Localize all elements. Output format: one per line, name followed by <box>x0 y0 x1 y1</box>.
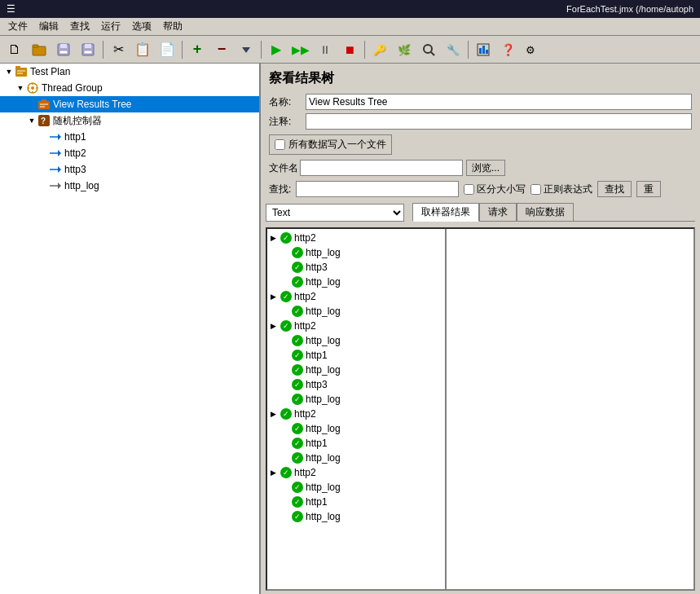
menu-edit[interactable]: 编辑 <box>34 18 64 35</box>
menu-help[interactable]: 帮助 <box>158 18 187 35</box>
result-item-14[interactable]: ✓ http1 <box>267 436 445 451</box>
result-item-1[interactable]: ✓ http_log <box>267 245 445 260</box>
remove-button[interactable]: − <box>210 38 233 61</box>
menu-options[interactable]: 选项 <box>127 18 156 35</box>
paste-button[interactable]: 📄 <box>156 38 178 61</box>
result-item-19[interactable]: ✓ http_log <box>267 509 445 524</box>
pause-button[interactable]: ⏸ <box>314 38 337 61</box>
tree-item-http3[interactable]: http3 <box>0 161 259 178</box>
add-button[interactable]: + <box>186 38 209 61</box>
result-label-5: http_log <box>306 306 341 317</box>
separator-4 <box>364 41 365 59</box>
help-button[interactable]: ❓ <box>496 38 519 61</box>
toggle-http2 <box>37 147 49 159</box>
comment-input[interactable] <box>306 113 692 130</box>
tab-response-data[interactable]: 响应数据 <box>517 203 574 221</box>
new-button[interactable]: 🗋 <box>3 38 26 61</box>
tree-item-controller[interactable]: ▼ ? 随机控制器 <box>0 112 259 129</box>
stop-button[interactable]: ⏹ <box>338 38 361 61</box>
result-label-12: http2 <box>294 408 316 420</box>
result-toggle-12[interactable]: ▶ <box>271 410 280 418</box>
save-as-button[interactable] <box>52 38 75 61</box>
cut-button[interactable]: ✂ <box>107 38 130 61</box>
result-item-4[interactable]: ▶ ✓ http2 <box>267 289 445 304</box>
result-item-7[interactable]: ✓ http_log <box>267 333 445 348</box>
toggle-controller[interactable]: ▼ <box>26 115 37 126</box>
result-toggle-0[interactable]: ▶ <box>271 234 280 242</box>
result-toggle-4[interactable]: ▶ <box>271 293 280 301</box>
result-label-7: http_log <box>306 335 341 346</box>
tree-button[interactable]: 🌿 <box>393 38 416 61</box>
result-item-8[interactable]: ✓ http1 <box>267 348 445 363</box>
ssl-button[interactable]: 🔑 <box>368 38 391 61</box>
tree-item-testplan[interactable]: ▼ Test Plan <box>0 64 259 80</box>
result-icon-7: ✓ <box>292 335 303 346</box>
result-item-3[interactable]: ✓ http_log <box>267 275 445 289</box>
open-button[interactable] <box>28 38 51 61</box>
case-sensitive-checkbox[interactable] <box>464 184 474 195</box>
tab-request[interactable]: 请求 <box>479 203 517 221</box>
tab-sampler-results[interactable]: 取样器结果 <box>412 203 479 222</box>
search-input[interactable] <box>296 181 459 197</box>
tree-item-threadgroup[interactable]: ▼ Thread Group <box>0 80 259 96</box>
result-item-15[interactable]: ✓ http_log <box>267 451 445 465</box>
name-input[interactable] <box>306 94 692 110</box>
search-toolbar-button[interactable] <box>417 38 440 61</box>
result-item-13[interactable]: ✓ http_log <box>267 421 445 436</box>
result-item-0[interactable]: ▶ ✓ http2 <box>267 231 445 245</box>
menu-run[interactable]: 运行 <box>96 18 125 35</box>
result-item-2[interactable]: ✓ http3 <box>267 260 445 275</box>
run-button[interactable]: ▶ <box>265 38 288 61</box>
search-button[interactable]: 查找 <box>597 181 632 197</box>
result-label-4: http2 <box>294 291 316 302</box>
tree-item-httplog[interactable]: http_log <box>0 178 259 194</box>
testplan-label: Test Plan <box>30 66 70 77</box>
menu-file[interactable]: 文件 <box>3 18 33 35</box>
result-item-9[interactable]: ✓ http_log <box>267 363 445 377</box>
result-item-17[interactable]: ✓ http_log <box>267 480 445 495</box>
httplog-icon <box>49 179 62 192</box>
result-item-6[interactable]: ▶ ✓ http2 <box>267 319 445 333</box>
result-item-10[interactable]: ✓ http3 <box>267 377 445 392</box>
type-select[interactable]: Text RegExp Tester CSS/JQuery Tester JSO… <box>266 204 404 222</box>
tree-item-http1[interactable]: http1 <box>0 129 259 145</box>
svg-marker-30 <box>42 99 46 102</box>
title-bar: ☰ ForEachTest.jmx (/home/autoph <box>0 0 700 18</box>
result-toggle-16[interactable]: ▶ <box>271 469 280 477</box>
menu-icon[interactable]: ☰ <box>7 3 23 15</box>
file-checkbox[interactable] <box>275 139 285 150</box>
save-button[interactable] <box>77 38 99 61</box>
result-toggle-6[interactable]: ▶ <box>271 322 280 330</box>
tree-item-http2[interactable]: http2 <box>0 145 259 161</box>
window-title: ForEachTest.jmx (/home/autoph <box>23 4 693 14</box>
result-item-11[interactable]: ✓ http_log <box>267 392 445 407</box>
run-all-button[interactable]: ▶▶ <box>289 38 312 61</box>
reset-button[interactable]: 重 <box>636 181 661 197</box>
svg-rect-0 <box>33 46 46 55</box>
config-button[interactable]: ⚙ <box>521 38 544 61</box>
result-label-13: http_log <box>306 423 341 434</box>
wrench-button[interactable]: 🔧 <box>442 38 464 61</box>
browse-button[interactable]: 浏览... <box>466 160 505 176</box>
expand-button[interactable] <box>235 38 258 61</box>
result-item-12[interactable]: ▶ ✓ http2 <box>267 407 445 421</box>
tree-item-viewresults[interactable]: View Results Tree <box>0 96 259 112</box>
result-item-18[interactable]: ✓ http1 <box>267 495 445 509</box>
report-button[interactable] <box>472 38 495 61</box>
comment-label: 注释: <box>269 115 306 129</box>
http1-label: http1 <box>64 131 86 143</box>
result-item-5[interactable]: ✓ http_log <box>267 304 445 319</box>
toolbar: 🗋 ✂ 📋 📄 + − ▶ ▶▶ ⏸ ⏹ 🔑 🌿 🔧 ❓ ⚙ <box>0 36 700 64</box>
result-icon-11: ✓ <box>292 394 303 405</box>
result-label-16: http2 <box>294 467 316 478</box>
result-icon-4: ✓ <box>280 291 292 302</box>
toggle-testplan[interactable]: ▼ <box>3 66 15 77</box>
menu-find[interactable]: 查找 <box>65 18 95 35</box>
regex-checkbox[interactable] <box>531 184 541 195</box>
copy-button[interactable]: 📋 <box>131 38 154 61</box>
filename-input[interactable] <box>300 160 463 176</box>
result-item-16[interactable]: ▶ ✓ http2 <box>267 465 445 480</box>
search-row: 查找: 区分大小写 正则表达式 查找 重 <box>261 178 700 200</box>
toggle-threadgroup[interactable]: ▼ <box>15 82 26 94</box>
result-icon-16: ✓ <box>280 467 292 478</box>
